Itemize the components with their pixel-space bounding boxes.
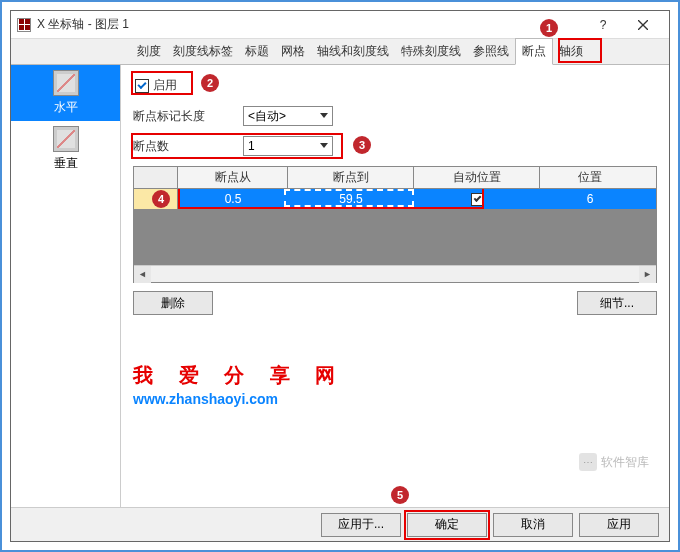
count-value: 1 xyxy=(248,139,255,153)
marklen-label: 断点标记长度 xyxy=(133,108,243,125)
badge-2: 2 xyxy=(201,74,219,92)
tab-reference[interactable]: 参照线 xyxy=(467,39,515,64)
wechat-icon: ⋯ xyxy=(579,453,597,471)
check-icon xyxy=(473,194,481,202)
footer-logo-text: 软件智库 xyxy=(601,454,649,471)
titlebar: X 坐标轴 - 图层 1 ? xyxy=(11,11,669,39)
count-label: 断点数 xyxy=(133,138,243,155)
tab-rug[interactable]: 轴须 xyxy=(553,39,589,64)
watermark: 我 爱 分 享 网 www.zhanshaoyi.com xyxy=(133,362,345,407)
badge-3: 3 xyxy=(353,136,371,154)
tab-grid[interactable]: 网格 xyxy=(275,39,311,64)
app-icon xyxy=(17,18,31,32)
sidebar-label-vertical: 垂直 xyxy=(54,155,78,172)
th-pos[interactable]: 位置 xyxy=(540,167,640,188)
scroll-left-icon[interactable]: ◄ xyxy=(134,266,151,283)
auto-checkbox[interactable] xyxy=(471,193,484,206)
th-to[interactable]: 断点到 xyxy=(288,167,414,188)
window-title: X 坐标轴 - 图层 1 xyxy=(37,16,583,33)
close-button[interactable] xyxy=(623,11,663,39)
marklen-value: <自动> xyxy=(248,108,286,125)
tab-axis-ticks[interactable]: 轴线和刻度线 xyxy=(311,39,395,64)
axis-vertical-icon xyxy=(53,126,79,152)
badge-4: 4 xyxy=(152,190,170,208)
details-button[interactable]: 细节... xyxy=(577,291,657,315)
td-pos[interactable]: 6 xyxy=(540,189,640,209)
table-row[interactable]: 1 0.5 59.5 6 xyxy=(134,189,656,209)
tab-title[interactable]: 标题 xyxy=(239,39,275,64)
scroll-right-icon[interactable]: ► xyxy=(639,266,656,283)
count-select[interactable]: 1 xyxy=(243,136,333,156)
sidebar-item-vertical[interactable]: 垂直 xyxy=(11,121,120,177)
td-auto[interactable] xyxy=(414,189,540,209)
badge-1: 1 xyxy=(540,19,558,37)
dialog-body: 水平 垂直 启用 2 断点标记长度 xyxy=(11,65,669,507)
content-panel: 启用 2 断点标记长度 <自动> 断点数 1 xyxy=(121,65,669,507)
tab-bar: 刻度 刻度线标签 标题 网格 轴线和刻度线 特殊刻度线 参照线 断点 轴须 1 xyxy=(11,39,669,65)
table-body: 1 0.5 59.5 6 4 xyxy=(134,189,656,265)
watermark-line2: www.zhanshaoyi.com xyxy=(133,391,345,407)
th-auto[interactable]: 自动位置 xyxy=(414,167,540,188)
chevron-down-icon xyxy=(320,113,328,118)
dialog-footer: 5 应用于... 确定 取消 应用 xyxy=(11,507,669,541)
apply-button[interactable]: 应用 xyxy=(579,513,659,537)
marklen-select[interactable]: <自动> xyxy=(243,106,333,126)
badge-5: 5 xyxy=(391,486,409,504)
sidebar-item-horizontal[interactable]: 水平 xyxy=(11,65,120,121)
sidebar-label-horizontal: 水平 xyxy=(54,99,78,116)
th-from[interactable]: 断点从 xyxy=(178,167,288,188)
tab-scale[interactable]: 刻度 xyxy=(131,39,167,64)
footer-logo: ⋯ 软件智库 xyxy=(579,453,649,471)
dialog-window: X 坐标轴 - 图层 1 ? 刻度 刻度线标签 标题 网格 轴线和刻度线 特殊刻… xyxy=(10,10,670,542)
chevron-down-icon xyxy=(320,143,328,148)
scroll-track[interactable] xyxy=(151,266,639,283)
td-from[interactable]: 0.5 xyxy=(178,189,288,209)
cancel-button[interactable]: 取消 xyxy=(493,513,573,537)
table-buttons: 删除 细节... xyxy=(133,291,657,315)
watermark-line1: 我 爱 分 享 网 xyxy=(133,362,345,389)
tab-special-ticks[interactable]: 特殊刻度线 xyxy=(395,39,467,64)
enable-checkbox[interactable] xyxy=(135,79,149,93)
breaks-table: 断点从 断点到 自动位置 位置 1 0.5 59.5 xyxy=(133,166,657,283)
ok-button[interactable]: 确定 xyxy=(407,513,487,537)
close-icon xyxy=(638,20,648,30)
check-icon xyxy=(137,80,146,89)
tab-breaks[interactable]: 断点 xyxy=(515,38,553,65)
axis-horizontal-icon xyxy=(53,70,79,96)
th-index xyxy=(134,167,178,188)
horizontal-scrollbar[interactable]: ◄ ► xyxy=(134,265,656,282)
axis-sidebar: 水平 垂直 xyxy=(11,65,121,507)
help-button[interactable]: ? xyxy=(583,11,623,39)
table-header: 断点从 断点到 自动位置 位置 xyxy=(134,167,656,189)
delete-button[interactable]: 删除 xyxy=(133,291,213,315)
enable-label: 启用 xyxy=(153,77,177,94)
apply-to-button[interactable]: 应用于... xyxy=(321,513,401,537)
td-to[interactable]: 59.5 xyxy=(288,189,414,209)
tab-tick-labels[interactable]: 刻度线标签 xyxy=(167,39,239,64)
